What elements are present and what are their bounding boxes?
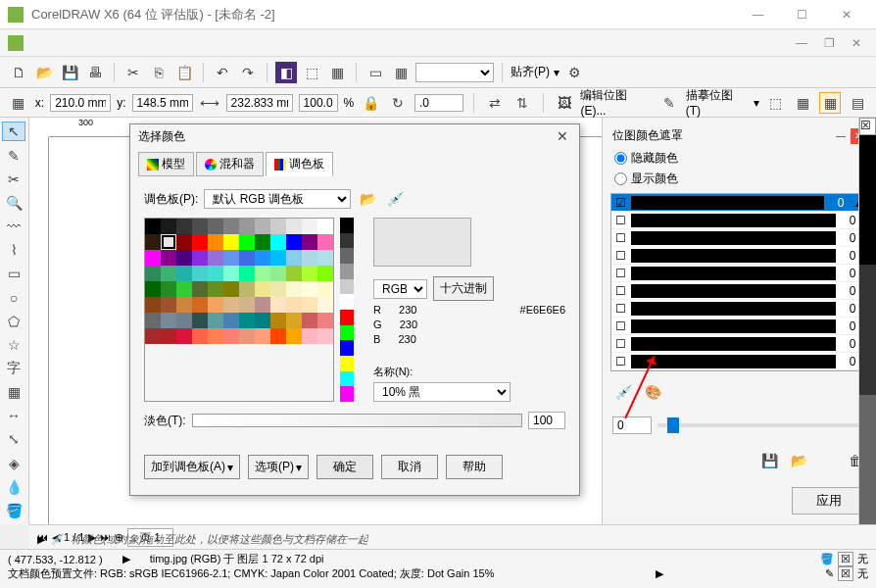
- color-palette-bar[interactable]: ☒: [858, 118, 876, 524]
- lock-icon[interactable]: 🔒: [360, 92, 381, 114]
- crop-tool[interactable]: ✂: [2, 170, 25, 189]
- redo-button[interactable]: ↷: [237, 62, 259, 83]
- save-button[interactable]: 💾: [59, 62, 80, 83]
- hide-color-radio[interactable]: [614, 152, 627, 165]
- copy-button[interactable]: ⎘: [148, 62, 170, 83]
- snap-dropdown[interactable]: ▾: [554, 66, 560, 79]
- tab-palette[interactable]: 调色板: [266, 152, 333, 176]
- tint-input[interactable]: [528, 412, 565, 429]
- x-input[interactable]: [50, 94, 111, 112]
- edit-color-button[interactable]: 🎨: [642, 381, 663, 403]
- table-tool[interactable]: ▦: [2, 382, 25, 402]
- text-tool[interactable]: 字: [2, 359, 25, 378]
- show-color-radio[interactable]: [614, 172, 627, 185]
- cut-button[interactable]: ✂: [122, 62, 144, 83]
- help-button[interactable]: 帮助: [446, 455, 503, 479]
- tolerance-slider[interactable]: [657, 423, 866, 427]
- shapes-tool[interactable]: ☆: [2, 335, 25, 355]
- grid-icon[interactable]: ▦: [8, 92, 29, 114]
- wrap-button[interactable]: ▤: [847, 92, 868, 114]
- status-bar: ( 477.533, -12.812 ) ▶ timg.jpg (RGB) 于 …: [0, 549, 876, 588]
- open-button[interactable]: 📂: [33, 62, 55, 83]
- connector-tool[interactable]: ⤡: [2, 429, 25, 449]
- palette-select[interactable]: 默认 RGB 调色板: [204, 189, 351, 209]
- eyedropper-tool[interactable]: 💧: [2, 477, 25, 497]
- eyedrop-icon[interactable]: 💉: [51, 533, 65, 546]
- maximize-button[interactable]: ☐: [780, 1, 824, 28]
- options-button[interactable]: 选项(P) ▾: [248, 455, 309, 479]
- eyedropper-icon[interactable]: 💉: [384, 188, 406, 210]
- dialog-close-button[interactable]: ✕: [554, 127, 571, 145]
- zoom-tool[interactable]: 🔍: [2, 193, 25, 213]
- doc-restore-button[interactable]: ❐: [817, 33, 841, 53]
- tint-slider[interactable]: [192, 414, 522, 427]
- hex-button[interactable]: 十六进制: [433, 276, 494, 301]
- hide-color-label: 隐藏颜色: [631, 150, 678, 167]
- mask-button[interactable]: ▦: [819, 92, 841, 114]
- ellipse-tool[interactable]: ○: [2, 287, 25, 307]
- doc-close-button[interactable]: ✕: [845, 33, 868, 53]
- edit-bitmap-label[interactable]: 编辑位图(E)...: [580, 87, 652, 118]
- pick-tool[interactable]: ↖: [2, 122, 25, 141]
- crop-button[interactable]: ⬚: [765, 92, 787, 114]
- sx-input[interactable]: [299, 94, 338, 112]
- options-button[interactable]: ⚙: [563, 62, 585, 83]
- save-mask-button[interactable]: 💾: [758, 450, 780, 471]
- outline-swatch-icon[interactable]: ✎: [825, 567, 834, 580]
- tool-button-5[interactable]: ▦: [390, 62, 412, 83]
- next-icon[interactable]: ▶: [122, 553, 130, 565]
- smart-tool[interactable]: ⌇: [2, 240, 25, 260]
- color-swatches[interactable]: [144, 218, 334, 402]
- open-palette-button[interactable]: 📂: [357, 188, 378, 210]
- apply-button[interactable]: 应用: [792, 487, 866, 514]
- eyedropper-button[interactable]: 💉: [612, 381, 634, 403]
- freehand-tool[interactable]: 〰: [2, 217, 25, 236]
- trace-bitmap-icon[interactable]: ✎: [658, 92, 680, 114]
- fill-tool[interactable]: 🪣: [2, 501, 25, 520]
- polygon-tool[interactable]: ⬠: [2, 312, 25, 331]
- tool-button-1[interactable]: ◧: [275, 62, 297, 83]
- minimize-button[interactable]: —: [736, 1, 780, 28]
- panel-min-icon[interactable]: —: [833, 128, 849, 144]
- edit-bitmap-icon[interactable]: 🖼: [554, 92, 575, 114]
- ok-button[interactable]: 确定: [316, 455, 373, 479]
- add-to-palette-button[interactable]: 加到调色板(A) ▾: [144, 455, 240, 479]
- new-button[interactable]: 🗋: [8, 62, 29, 83]
- tab-mixer[interactable]: 混和器: [196, 152, 264, 176]
- doc-minimize-button[interactable]: —: [790, 33, 813, 53]
- trace-bitmap-label[interactable]: 描摹位图(T): [686, 87, 748, 118]
- y-label: y:: [117, 96, 125, 110]
- rot-input[interactable]: [414, 94, 463, 112]
- rect-tool[interactable]: ▭: [2, 264, 25, 283]
- rotate-icon: ↻: [387, 92, 409, 114]
- tab-model[interactable]: 模型: [138, 152, 194, 176]
- print-button[interactable]: 🖶: [84, 62, 106, 83]
- play-icon[interactable]: ▶: [37, 533, 45, 546]
- effects-tool[interactable]: ◈: [2, 454, 25, 473]
- x-label: x:: [35, 96, 44, 110]
- close-button[interactable]: ✕: [824, 1, 868, 28]
- color-name-select[interactable]: 10% 黑: [373, 382, 511, 402]
- zoom-select[interactable]: 24%: [415, 63, 494, 82]
- color-model-select[interactable]: RGB: [373, 279, 427, 299]
- tolerance-input[interactable]: [612, 416, 652, 434]
- mask-list[interactable]: ☑0▴ ☐0 ☐0 ☐0 ☐0 ☐0 ☐0 ☐0 ☐0 ☐0: [610, 193, 868, 371]
- open-mask-button[interactable]: 📂: [788, 450, 809, 471]
- paste-button[interactable]: 📋: [173, 62, 195, 83]
- fill-swatch-icon[interactable]: 🪣: [820, 553, 834, 565]
- mirror-h-icon[interactable]: ⇄: [484, 92, 506, 114]
- object-info: timg.jpg (RGB) 于 图层 1 72 x 72 dpi: [150, 552, 324, 566]
- resample-button[interactable]: ▦: [792, 92, 813, 114]
- dimension-tool[interactable]: ↔: [2, 406, 25, 425]
- cancel-button[interactable]: 取消: [381, 455, 438, 479]
- snap-label[interactable]: 贴齐(P): [511, 64, 550, 80]
- w-input[interactable]: [226, 94, 293, 112]
- tool-button-4[interactable]: ▭: [365, 62, 386, 83]
- tool-button-3[interactable]: ▦: [326, 62, 348, 83]
- tool-button-2[interactable]: ⬚: [301, 62, 322, 83]
- y-input[interactable]: [132, 94, 193, 112]
- tint-strip[interactable]: [340, 218, 354, 402]
- shape-tool[interactable]: ✎: [2, 145, 25, 165]
- undo-button[interactable]: ↶: [212, 62, 233, 83]
- mirror-v-icon[interactable]: ⇅: [511, 92, 533, 114]
